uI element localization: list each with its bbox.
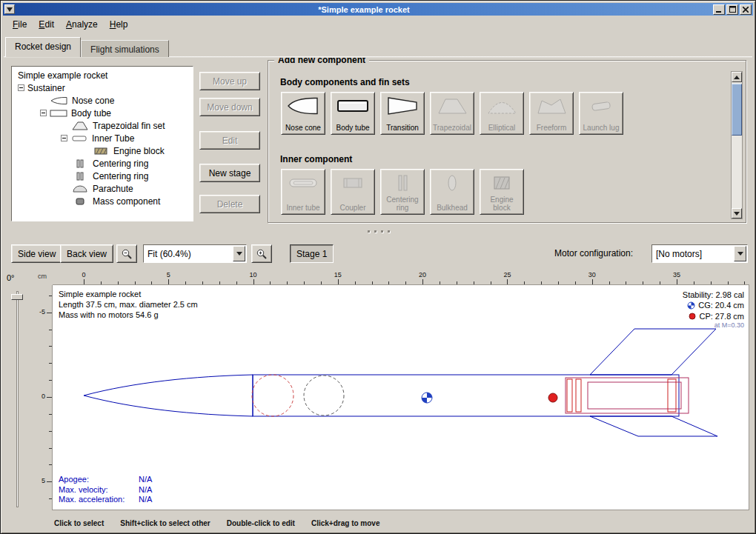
zoom-in-button[interactable]: [251, 244, 272, 263]
scroll-up-button[interactable]: [732, 72, 742, 82]
combo-arrow[interactable]: [734, 246, 746, 261]
menu-edit[interactable]: Edit: [33, 17, 60, 32]
tree-item-parachute[interactable]: Parachute: [12, 182, 193, 195]
tree-item-fin-set[interactable]: Trapezoidal fin set: [12, 119, 193, 132]
ruler-tick: [321, 281, 322, 284]
nose-cone-icon: [50, 96, 68, 105]
trapezoidal-fin-icon: [436, 96, 468, 116]
collapse-icon[interactable]: [18, 84, 24, 91]
add-engine-block-button[interactable]: Engine block: [480, 169, 524, 215]
ruler-tick: [49, 448, 52, 449]
tree-item-inner-tube[interactable]: Inner Tube: [12, 132, 193, 144]
ruler-tick: [253, 279, 254, 284]
component-button-label: Elliptical: [488, 124, 516, 132]
add-trapezoidal-fin-button[interactable]: Trapezoidal: [430, 92, 474, 135]
back-view-button[interactable]: Back view: [60, 244, 113, 263]
component-button-label: Bulkhead: [437, 204, 468, 212]
delete-button[interactable]: Delete: [199, 195, 260, 213]
new-stage-button[interactable]: New stage: [199, 164, 260, 182]
splitter-dot: [374, 230, 377, 233]
hint-click-drag: Click+drag to move: [311, 519, 380, 527]
component-button-label: Coupler: [339, 204, 365, 212]
menu-file[interactable]: File: [7, 17, 33, 32]
collapse-icon[interactable]: [40, 110, 47, 116]
inner-section-label: Inner component: [280, 154, 352, 164]
minimize-button[interactable]: [713, 4, 725, 15]
tree-item-centering-ring-1[interactable]: Centering ring: [12, 157, 193, 170]
ruler-tick: [626, 281, 626, 284]
rotation-slider-handle[interactable]: [11, 294, 23, 300]
component-button-label: Body tube: [336, 124, 369, 132]
motor-configuration-select[interactable]: [No motors]: [651, 244, 748, 263]
add-nose-cone-button[interactable]: Nose cone: [281, 92, 325, 135]
ruler-tick: [135, 281, 136, 284]
tab-flight-simulations[interactable]: Flight simulations: [81, 40, 169, 57]
ruler-tick: [575, 281, 576, 284]
collapse-icon[interactable]: [61, 135, 67, 141]
ruler-tick: [440, 281, 440, 284]
tree-item-sustainer[interactable]: Sustainer: [12, 81, 193, 94]
max-acceleration-label: Max. acceleration:: [59, 495, 139, 505]
rocket-mass: Mass with no motors 54.6 g: [59, 310, 198, 321]
ruler-tick: [558, 281, 559, 284]
add-transition-button[interactable]: Transition: [380, 92, 425, 135]
window-menu-icon[interactable]: [4, 4, 15, 14]
cp-icon: [689, 313, 696, 320]
zoom-select-value: Fit (60.4%): [144, 249, 233, 259]
component-button-label: Centering ring: [382, 196, 423, 212]
body-section-label: Body components and fin sets: [280, 77, 410, 87]
tab-rocket-design[interactable]: Rocket design: [5, 37, 81, 57]
freeform-fin-icon: [535, 96, 568, 116]
side-view-button[interactable]: Side view: [11, 244, 62, 263]
add-centering-ring-button[interactable]: Centering ring: [380, 169, 425, 215]
menu-analyze[interactable]: Analyze: [60, 17, 104, 32]
component-button-label: Freeform: [537, 124, 567, 132]
zoom-in-icon: [256, 248, 268, 260]
rocket-name: Simple example rocket: [59, 290, 198, 300]
maximize-button[interactable]: [726, 4, 738, 15]
ruler-tick: [47, 397, 52, 398]
move-up-button[interactable]: Move up: [199, 72, 260, 90]
add-coupler-button[interactable]: Coupler: [331, 169, 375, 215]
apogee-value: N/A: [139, 475, 152, 485]
close-button[interactable]: [740, 4, 752, 15]
tree-item-body-tube[interactable]: Body tube: [12, 107, 193, 119]
add-body-tube-button[interactable]: Body tube: [331, 92, 375, 135]
tree-item-label: Mass component: [93, 196, 160, 207]
move-down-button[interactable]: Move down: [199, 98, 260, 116]
tree-item-mass-component[interactable]: Mass component: [12, 195, 193, 207]
zoom-select[interactable]: Fit (60.4%): [143, 244, 247, 263]
ruler-tick: [49, 346, 52, 347]
tree-item-label: Nose cone: [72, 96, 114, 106]
app-window: *Simple example rocket File Edit Analyze…: [0, 0, 756, 534]
add-inner-tube-button[interactable]: Inner tube: [281, 169, 325, 215]
scroll-down-button[interactable]: [732, 208, 742, 218]
ruler-tick: [118, 281, 119, 284]
ruler-tick: [694, 281, 694, 284]
tree-item-centering-ring-2[interactable]: Centering ring: [12, 170, 193, 182]
add-freeform-fin-button[interactable]: Freeform: [529, 92, 574, 135]
rocket-canvas[interactable]: Simple example rocket Length 37.5 cm, ma…: [53, 285, 749, 510]
ruler-tick: [474, 281, 474, 284]
rocket-info: Simple example rocket Length 37.5 cm, ma…: [59, 290, 198, 320]
tree-item-nose-cone[interactable]: Nose cone: [12, 94, 193, 107]
rotation-slider-track[interactable]: [16, 291, 19, 507]
ruler-tick: [84, 279, 84, 284]
component-scrollbar[interactable]: [731, 71, 743, 219]
stage-1-toggle[interactable]: Stage 1: [290, 244, 334, 263]
combo-arrow[interactable]: [233, 246, 245, 261]
tree-item-rocket[interactable]: Simple example rocket: [12, 69, 193, 81]
ruler-tick: [405, 281, 406, 284]
zoom-out-button[interactable]: [116, 244, 137, 263]
tree-item-engine-block[interactable]: Engine block: [12, 144, 193, 157]
splitter-handle[interactable]: [365, 229, 392, 233]
rotation-value: 0°: [7, 273, 15, 282]
ruler-tick: [660, 281, 660, 284]
titlebar[interactable]: *Simple example rocket: [3, 3, 753, 16]
edit-button[interactable]: Edit: [199, 131, 260, 150]
add-elliptical-fin-button[interactable]: Elliptical: [480, 92, 524, 135]
add-bulkhead-button[interactable]: Bulkhead: [430, 169, 474, 215]
menu-help[interactable]: Help: [104, 17, 134, 32]
add-launch-lug-button[interactable]: Launch lug: [579, 92, 623, 135]
scrollbar-thumb[interactable]: [732, 84, 742, 136]
